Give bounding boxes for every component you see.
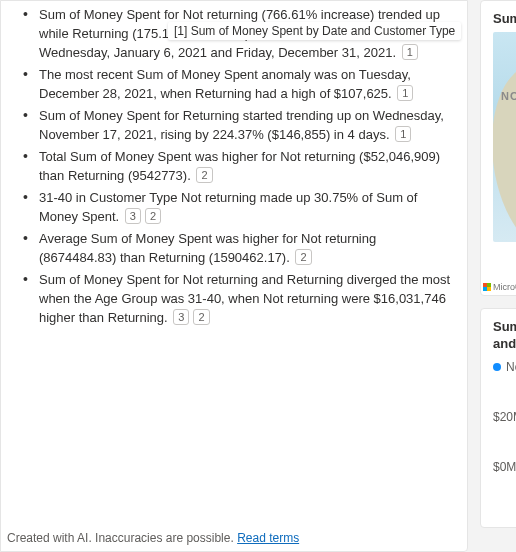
insight-item: Sum of Money Spent for Returning started… (39, 106, 453, 144)
chart-legend: Not ret (493, 359, 516, 374)
read-terms-link[interactable]: Read terms (237, 531, 299, 545)
legend-item-not-returning: Not ret (506, 360, 516, 374)
insights-panel: Sum of Money Spent for Not returning (76… (0, 0, 468, 552)
reference-badge[interactable]: 3 (125, 208, 141, 224)
insight-item: 31-40 in Customer Type Not returning mad… (39, 188, 453, 226)
insight-text: Total Sum of Money Spent was higher for … (39, 149, 440, 183)
y-axis-label-20m: $20M (493, 410, 516, 424)
reference-badge[interactable]: 1 (395, 126, 411, 142)
insight-text: Sum of Money Spent for Returning started… (39, 108, 444, 142)
reference-badge[interactable]: 2 (196, 167, 212, 183)
bar-chart-title-line2: and Cust (493, 336, 516, 351)
reference-badge[interactable]: 3 (173, 309, 189, 325)
map-region-label: NORTH (501, 90, 516, 102)
reference-badge[interactable]: 1 (397, 85, 413, 101)
insight-item: Sum of Money Spent for Not returning and… (39, 270, 453, 327)
y-axis-label-0m: $0M (493, 460, 516, 474)
insight-item: Average Sum of Money Spent was higher fo… (39, 229, 453, 267)
ai-disclaimer-text: Created with AI. Inaccuracies are possib… (7, 531, 237, 545)
bar-chart-title-line1: Sum of M (493, 319, 516, 334)
insight-item: The most recent Sum of Money Spent anoma… (39, 65, 453, 103)
insight-item: Total Sum of Money Spent was higher for … (39, 147, 453, 185)
insight-text: Average Sum of Money Spent was higher fo… (39, 231, 376, 265)
insight-text: Sum of Money Spent for Not returning and… (39, 272, 450, 325)
map-landmass (493, 54, 516, 242)
reference-badge[interactable]: 2 (145, 208, 161, 224)
insights-list: Sum of Money Spent for Not returning (76… (1, 1, 461, 338)
reference-badge[interactable]: 2 (193, 309, 209, 325)
reference-badge[interactable]: 1 (402, 44, 418, 60)
map-attribution: Micro© 20 (483, 282, 516, 292)
side-column: Sum of M NORTH Micro© 20 Sum of M and Cu… (480, 0, 516, 540)
legend-dot-icon (493, 363, 501, 371)
microsoft-logo-icon (483, 283, 491, 291)
map-card-title: Sum of M (493, 11, 516, 26)
reference-tooltip: [1] Sum of Money Spent by Date and Custo… (168, 22, 461, 40)
insight-text: The most recent Sum of Money Spent anoma… (39, 67, 411, 101)
map-card[interactable]: Sum of M NORTH Micro© 20 (480, 0, 516, 296)
ai-disclaimer-footer: Created with AI. Inaccuracies are possib… (7, 527, 461, 545)
bar-chart-card[interactable]: Sum of M and Cust Not ret $20M $0M (480, 308, 516, 528)
insight-text: 31-40 in Customer Type Not returning mad… (39, 190, 417, 224)
map-visual[interactable]: NORTH (493, 32, 516, 242)
reference-badge[interactable]: 2 (295, 249, 311, 265)
